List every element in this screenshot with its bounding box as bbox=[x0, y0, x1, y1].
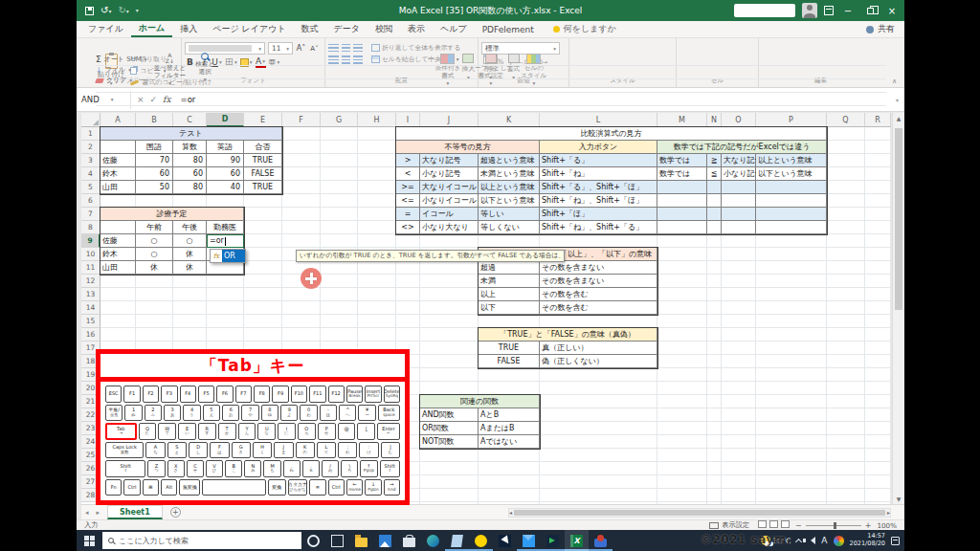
cell-E4[interactable]: FALSE bbox=[244, 167, 282, 181]
cell-I8[interactable]: <> bbox=[396, 221, 420, 234]
collapse-ribbon-icon[interactable]: ∧ bbox=[892, 77, 897, 85]
scroll-down-icon[interactable]: ▼ bbox=[893, 496, 904, 502]
row-header-2[interactable]: 2 bbox=[81, 141, 100, 154]
cell-C4[interactable]: 60 bbox=[173, 167, 207, 181]
cell-O5[interactable] bbox=[722, 181, 756, 194]
cell-B8[interactable]: 午前 bbox=[136, 221, 173, 234]
cell-M5[interactable] bbox=[657, 181, 707, 194]
column-header-D[interactable]: D bbox=[207, 113, 244, 127]
cell-D2[interactable]: 英語 bbox=[207, 141, 244, 154]
cell-L8[interactable]: Shift+「ね」、Shift+「る」 bbox=[540, 221, 657, 234]
cell-K11[interactable]: 超過 bbox=[479, 261, 540, 275]
cell-D11[interactable] bbox=[207, 261, 244, 275]
sort-filter-button[interactable]: AZ↓並べ替えと フィルター▾ bbox=[151, 53, 189, 86]
cell-M3[interactable]: 数学では bbox=[657, 154, 707, 167]
taskbar-search-input[interactable]: ここに入力して検索 bbox=[102, 532, 301, 549]
undo-icon[interactable]: ↺▾ bbox=[100, 6, 111, 15]
cell-B4[interactable]: 60 bbox=[136, 167, 173, 181]
tab-PDFelement[interactable]: PDFelement bbox=[475, 21, 542, 37]
cell-A8[interactable] bbox=[100, 221, 136, 234]
tab-校閲[interactable]: 校閲 bbox=[368, 21, 400, 37]
align-top-icon[interactable] bbox=[328, 44, 339, 53]
browser-tray-icon[interactable] bbox=[834, 536, 844, 546]
row-header-15[interactable]: 15 bbox=[81, 315, 100, 328]
cell-L11[interactable]: その数を含まない bbox=[540, 261, 657, 275]
display-settings-button[interactable]: 表示設定 bbox=[709, 520, 749, 530]
tab-挿入[interactable]: 挿入 bbox=[172, 21, 205, 37]
cell-J4[interactable]: 小なり記号 bbox=[420, 167, 479, 181]
cell-A10[interactable]: 鈴木 bbox=[100, 248, 136, 261]
row-header-3[interactable]: 3 bbox=[81, 154, 100, 167]
cell-K17[interactable]: TRUE bbox=[479, 342, 540, 355]
minimize-button[interactable]: − bbox=[840, 3, 856, 18]
tab-ホーム[interactable]: ホーム bbox=[131, 21, 172, 37]
align-middle-icon[interactable] bbox=[342, 44, 350, 53]
sheet-nav-right-icon[interactable]: ▸ bbox=[93, 509, 104, 517]
cell-M7[interactable] bbox=[657, 208, 707, 221]
cell-C3[interactable]: 80 bbox=[173, 154, 207, 167]
close-button[interactable]: × bbox=[884, 3, 900, 18]
row-header-11[interactable]: 11 bbox=[81, 261, 100, 275]
page-break-view-icon[interactable] bbox=[781, 520, 790, 528]
cell-J3[interactable]: 大なり記号 bbox=[420, 154, 479, 167]
cell-P5[interactable] bbox=[756, 181, 827, 194]
column-header-I[interactable]: I bbox=[396, 113, 420, 127]
cell-O8[interactable] bbox=[722, 221, 756, 234]
autocomplete-item-or[interactable]: OR bbox=[222, 250, 245, 262]
row-header-16[interactable]: 16 bbox=[81, 328, 100, 342]
cell-J8[interactable]: 小なり大なり bbox=[420, 221, 479, 234]
scroll-up-icon[interactable]: ▲ bbox=[893, 115, 904, 121]
cell-K4[interactable]: 未満という意味 bbox=[479, 167, 540, 181]
cell-K23[interactable]: AまたはB bbox=[479, 422, 540, 435]
cell-C5[interactable]: 80 bbox=[173, 181, 207, 194]
cell-L17[interactable]: 真（正しい） bbox=[540, 342, 657, 355]
account-avatar[interactable] bbox=[802, 3, 817, 18]
cell-L2[interactable]: 入力ボタン bbox=[540, 141, 657, 154]
cell-D8[interactable]: 勤務医 bbox=[207, 221, 244, 234]
cell-A4[interactable]: 鈴木 bbox=[100, 167, 136, 181]
fill-button[interactable]: ↓フィル ▾ bbox=[96, 65, 147, 75]
column-header-O[interactable]: O bbox=[722, 113, 756, 127]
cell-I5[interactable]: >= bbox=[396, 181, 420, 194]
cell-C11[interactable]: 休 bbox=[173, 261, 207, 275]
vertical-scroll-thumb[interactable] bbox=[895, 128, 902, 310]
wrap-text-button[interactable]: 折り返して全体を表示する bbox=[371, 43, 461, 53]
tab-表示[interactable]: 表示 bbox=[400, 21, 433, 37]
cell-A7[interactable]: 診療予定 bbox=[100, 208, 244, 221]
row-header-10[interactable]: 10 bbox=[81, 248, 100, 261]
tell-me-box[interactable]: 何をしますか bbox=[553, 21, 616, 37]
zoom-in-icon[interactable]: + bbox=[865, 521, 872, 530]
cell-J5[interactable]: 大なりイコール bbox=[420, 181, 479, 194]
action-center-icon[interactable] bbox=[891, 537, 900, 545]
cell-C2[interactable]: 算数 bbox=[173, 141, 207, 154]
cell-I6[interactable]: <= bbox=[396, 194, 420, 208]
vertical-scrollbar[interactable]: ▲ ▼ bbox=[892, 113, 904, 504]
column-header-C[interactable]: C bbox=[173, 113, 207, 127]
restore-button[interactable] bbox=[862, 3, 878, 18]
cell-B9[interactable]: ○ bbox=[136, 234, 173, 248]
column-header-M[interactable]: M bbox=[657, 113, 707, 127]
taskbar-mail-button[interactable] bbox=[517, 530, 541, 551]
zoom-level[interactable]: 100% bbox=[877, 521, 897, 530]
tab-ヘルプ[interactable]: ヘルプ bbox=[433, 21, 475, 37]
column-header-H[interactable]: H bbox=[358, 113, 396, 127]
ime-indicator[interactable]: A bbox=[821, 536, 827, 545]
column-header-B[interactable]: B bbox=[136, 113, 173, 127]
cell-C10[interactable]: 休 bbox=[173, 248, 207, 261]
taskbar-store-button[interactable] bbox=[397, 530, 421, 551]
cell-E5[interactable]: TRUE bbox=[244, 181, 282, 194]
column-header-K[interactable]: K bbox=[479, 113, 540, 127]
cell-K6[interactable]: 以下という意味 bbox=[479, 194, 540, 208]
cell-B11[interactable]: 休 bbox=[136, 261, 173, 275]
taskbar-share-app-button[interactable] bbox=[541, 530, 565, 551]
cell-I7[interactable]: = bbox=[396, 208, 420, 221]
taskbar-camera-button[interactable] bbox=[589, 530, 612, 551]
cell-E2[interactable]: 合否 bbox=[244, 141, 282, 154]
cell-P7[interactable] bbox=[756, 208, 827, 221]
zoom-slider[interactable] bbox=[806, 525, 861, 526]
column-header-J[interactable]: J bbox=[420, 113, 479, 127]
cell-K18[interactable]: FALSE bbox=[479, 355, 540, 368]
cell-N5[interactable] bbox=[707, 181, 722, 194]
cell-C9[interactable]: ○ bbox=[173, 234, 207, 248]
redo-icon[interactable]: ↻▾ bbox=[118, 6, 128, 15]
